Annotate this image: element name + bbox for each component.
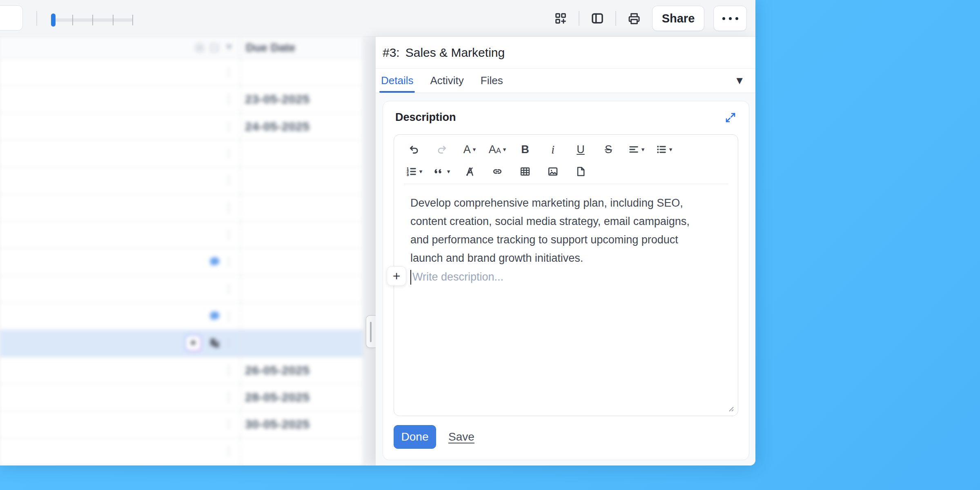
due-date-cell[interactable]: 23-05-2025 (245, 92, 310, 106)
table-row[interactable] (0, 167, 363, 194)
due-date-cell[interactable]: 28-05-2025 (245, 390, 310, 404)
share-button[interactable]: Share (652, 6, 704, 31)
row-drag-handle[interactable] (228, 393, 229, 402)
tab-details[interactable]: Details (381, 69, 413, 93)
due-date-cell[interactable]: 30-05-2025 (245, 417, 310, 431)
comment-icon[interactable] (208, 310, 221, 323)
table-row-selected[interactable]: ✦ (0, 330, 363, 357)
rich-text-editor[interactable]: A▾AA▾BiUS▾▾ 123▾▾ Develop comprehensive … (394, 134, 738, 416)
column-header-due-date[interactable]: Due Date (246, 41, 295, 54)
table-row[interactable]: 23-05-2025 (0, 86, 363, 113)
due-date-cell-empty[interactable] (241, 222, 363, 248)
panel-toggle-icon[interactable] (588, 9, 606, 27)
view-chip[interactable] (0, 5, 23, 31)
row-drag-handle[interactable] (228, 95, 229, 104)
row-drag-handle[interactable] (228, 339, 229, 347)
printer-icon[interactable] (625, 9, 643, 27)
filter-icon[interactable] (224, 42, 234, 53)
image-icon[interactable] (543, 163, 562, 180)
table-row[interactable]: 24-05-2025 (0, 114, 363, 140)
due-date-cell[interactable]: 24-05-2025 (245, 120, 310, 134)
due-date-cell-empty[interactable] (241, 330, 363, 356)
table-row[interactable] (0, 303, 363, 330)
panel-resize-handle[interactable] (366, 315, 376, 348)
strikethrough-icon[interactable]: S (599, 140, 618, 158)
row-drag-handle[interactable] (228, 257, 229, 266)
table-row[interactable] (0, 195, 363, 222)
row-drag-handle[interactable] (228, 312, 229, 321)
bold-icon[interactable]: B (516, 140, 535, 158)
italic-icon[interactable]: i (543, 140, 562, 158)
table-row[interactable]: 28-05-2025 (0, 384, 363, 411)
table-row[interactable]: 30-05-2025 (0, 411, 363, 438)
due-date-cell-empty[interactable] (241, 303, 363, 329)
text-cursor (410, 270, 411, 285)
row-drag-handle[interactable] (228, 149, 229, 158)
description-card: Description A▾AA▾BiUS▾▾ 123▾▾ (383, 101, 749, 460)
row-drag-handle[interactable] (228, 285, 229, 294)
table-row[interactable] (0, 439, 363, 466)
clear-format-icon[interactable] (460, 163, 479, 180)
collapse-row-icon[interactable] (209, 42, 220, 53)
apps-plus-icon[interactable] (552, 9, 570, 27)
table-row[interactable]: 26-05-2025 (0, 357, 363, 384)
due-date-cell-empty[interactable] (241, 195, 363, 221)
table-row[interactable] (0, 222, 363, 249)
row-drag-handle[interactable] (228, 420, 229, 429)
chevron-down-icon[interactable]: ▼ (734, 74, 745, 87)
save-link[interactable]: Save (448, 430, 474, 443)
bullet-list-icon[interactable]: ▾ (655, 140, 673, 158)
row-drag-handle[interactable] (228, 203, 229, 212)
table-icon[interactable] (516, 163, 535, 180)
record-title: Sales & Marketing (405, 46, 505, 60)
due-date-cell[interactable]: 26-05-2025 (245, 363, 310, 377)
table-row[interactable] (0, 140, 363, 167)
more-options-button[interactable] (713, 6, 747, 31)
row-drag-handle[interactable] (228, 176, 229, 185)
insert-row-icon[interactable] (194, 42, 205, 53)
grid-table: Due Date 23-05-202524-05-2025✦26-05-2025… (0, 37, 363, 466)
link-icon[interactable] (488, 163, 507, 180)
undo-icon[interactable] (405, 140, 423, 158)
font-color-icon[interactable]: A▾ (460, 140, 479, 158)
underline-icon[interactable]: U (571, 140, 590, 158)
editor-toolbar-row2: 123▾▾ (394, 160, 738, 183)
tab-files[interactable]: Files (481, 69, 503, 93)
comment-icon[interactable] (208, 255, 221, 268)
row-drag-handle[interactable] (228, 366, 229, 375)
numbered-list-icon[interactable]: 123▾ (405, 163, 423, 180)
align-icon[interactable]: ▾ (627, 140, 646, 158)
due-date-cell-empty[interactable] (241, 249, 363, 275)
row-drag-handle[interactable] (228, 68, 229, 77)
record-title-row: #3: Sales & Marketing (376, 37, 755, 69)
expand-description-icon[interactable] (724, 111, 737, 124)
row-drag-handle[interactable] (228, 122, 229, 131)
editor-content[interactable]: Develop comprehensive marketing plan, in… (394, 184, 738, 286)
row-drag-handle[interactable] (228, 447, 229, 456)
table-row[interactable] (0, 59, 363, 86)
panel-tabs: Details Activity Files ▼ (376, 69, 755, 93)
due-date-cell-empty[interactable] (241, 59, 363, 85)
ai-sparkle-icon[interactable]: ✦ (185, 334, 202, 352)
tab-activity[interactable]: Activity (430, 69, 463, 93)
description-heading: Description (395, 111, 456, 124)
resize-grip-icon[interactable] (727, 405, 734, 412)
table-row[interactable] (0, 249, 363, 276)
done-button[interactable]: Done (394, 425, 436, 449)
quote-icon[interactable]: ▾ (432, 163, 451, 180)
due-date-cell-empty[interactable] (241, 140, 363, 167)
table-row[interactable] (0, 276, 363, 303)
row-drag-handle[interactable] (228, 230, 229, 239)
slider-track[interactable] (51, 18, 133, 22)
due-date-cell-empty[interactable] (241, 167, 363, 194)
font-size-icon[interactable]: AA▾ (488, 140, 507, 158)
description-text[interactable]: Develop comprehensive marketing plan, in… (410, 194, 713, 267)
redo-icon[interactable] (432, 140, 451, 158)
due-date-cell-empty[interactable] (241, 439, 363, 465)
row-height-slider[interactable] (51, 13, 134, 27)
due-date-cell-empty[interactable] (241, 276, 363, 302)
add-block-button[interactable]: + (387, 266, 406, 286)
attachment-icon[interactable] (571, 163, 590, 180)
slider-handle[interactable] (51, 13, 56, 27)
expand-record-icon[interactable] (208, 336, 221, 350)
